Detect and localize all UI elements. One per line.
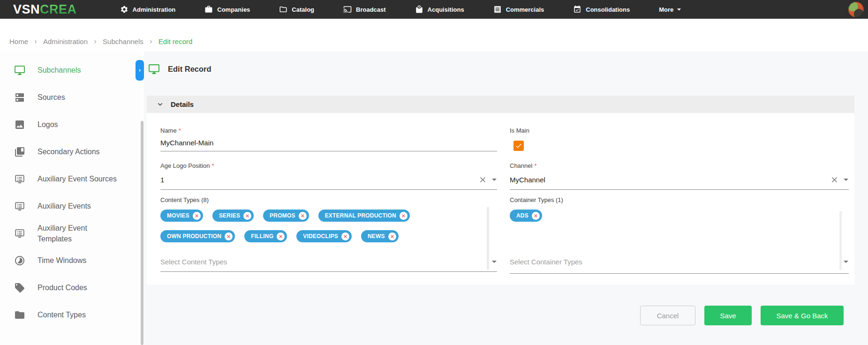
sidebar-item-sources[interactable]: Sources — [0, 84, 144, 111]
form-actions: Cancel Save Save & Go Back — [640, 306, 844, 325]
close-icon — [194, 213, 199, 218]
chip-label: EXTERNAL PRODUCTION — [325, 212, 396, 219]
caret-down-icon[interactable] — [840, 174, 852, 185]
channel-field: Channel* MyChannel — [510, 162, 849, 190]
chip-videoclips: VIDEOCLIPS — [296, 230, 352, 242]
clear-icon[interactable] — [478, 175, 487, 184]
breadcrumb-link[interactable]: Administration — [43, 38, 88, 45]
save-button[interactable]: Save — [704, 306, 752, 325]
sidebar-item-auxiliary-event-templates[interactable]: Auxiliary Event Templates — [0, 220, 144, 247]
details-section-header[interactable]: Details — [147, 96, 854, 113]
breadcrumb-link[interactable]: Home — [9, 38, 28, 45]
cast-icon — [343, 5, 352, 14]
folder-icon — [14, 309, 25, 321]
nav-item-acquisitions[interactable]: Acquisitions — [415, 5, 464, 14]
age-logo-position-select[interactable]: 1 — [160, 174, 497, 190]
nav-item-consolidations[interactable]: Consolidations — [573, 5, 630, 14]
nav-item-catalog[interactable]: Catalog — [279, 5, 314, 14]
sidebar-item-auxiliary-events[interactable]: Auxiliary Events — [0, 193, 144, 220]
close-icon — [390, 234, 395, 239]
sidebar-item-label: Auxiliary Events — [38, 201, 91, 211]
nav-item-label: Administration — [133, 6, 176, 13]
sidebar-item-label: Secondary Actions — [38, 146, 100, 157]
details-form: Name* MyChannel-Main Is Main Age Logo Po… — [147, 113, 854, 285]
nav-item-commercials[interactable]: Commercials — [493, 5, 544, 14]
nav-item-administration[interactable]: Administration — [120, 5, 176, 14]
sidebar-item-label: Auxiliary Event Templates — [38, 223, 121, 244]
content-types-select[interactable]: Select Content Types — [160, 256, 497, 272]
user-avatar[interactable] — [848, 2, 864, 17]
sidebar-collapse-handle[interactable] — [136, 60, 144, 81]
sidebar-item-logos[interactable]: Logos — [0, 111, 144, 138]
chip-ads: ADS — [510, 210, 542, 222]
sidebar-item-auxiliary-event-sources[interactable]: Auxiliary Event Sources — [0, 165, 144, 193]
chip-remove-button[interactable] — [299, 212, 307, 220]
name-value: MyChannel-Main — [160, 139, 497, 147]
required-marker: * — [179, 127, 181, 134]
sidebar-item-label: Sources — [38, 92, 65, 103]
briefcase-icon — [204, 5, 213, 14]
nav-item-broadcast[interactable]: Broadcast — [343, 5, 386, 14]
name-label: Name* — [160, 127, 497, 134]
breadcrumb-current: Edit record — [159, 38, 193, 45]
sidebar-item-label: Time Windows — [38, 255, 86, 266]
name-input[interactable]: MyChannel-Main — [160, 139, 497, 151]
nav-item-label: Commercials — [506, 6, 544, 13]
nav-item-label: Broadcast — [356, 6, 386, 13]
clear-icon[interactable] — [830, 175, 839, 184]
nav-item-companies[interactable]: Companies — [204, 5, 250, 14]
cancel-button[interactable]: Cancel — [640, 306, 695, 325]
clock-icon — [14, 255, 25, 266]
breadcrumb-links: Home Administration Subchannels — [9, 38, 154, 45]
sidebar-scrollbar[interactable] — [141, 121, 143, 345]
breadcrumb-link[interactable]: Subchannels — [103, 38, 143, 45]
close-icon — [343, 234, 348, 239]
content-types-placeholder: Select Content Types — [160, 258, 489, 266]
breadcrumb-item-subchannels: Subchannels — [103, 38, 154, 45]
caret-down-icon[interactable] — [489, 174, 500, 185]
container-types-select[interactable]: Select Container Types — [510, 256, 849, 274]
content-types-picker: Select Content Types — [160, 256, 497, 272]
chip-remove-button[interactable] — [341, 232, 349, 240]
book-bookmark-icon — [14, 146, 25, 158]
chip-remove-button[interactable] — [225, 232, 233, 240]
chip-remove-button[interactable] — [532, 212, 540, 220]
sidebar-item-content-types[interactable]: Content Types — [0, 301, 144, 329]
chip-remove-button[interactable] — [243, 212, 251, 220]
caret-down-icon[interactable] — [840, 256, 852, 267]
caret-down-icon[interactable] — [489, 256, 500, 267]
caret-down-icon — [674, 5, 684, 14]
brand-crea: CREA — [40, 3, 77, 16]
chip-label: SERIES — [219, 212, 240, 219]
chip-label: ADS — [516, 212, 528, 219]
name-field: Name* MyChannel-Main — [160, 127, 497, 151]
save-and-go-back-button[interactable]: Save & Go Back — [761, 306, 844, 325]
chevron-right-icon — [32, 38, 39, 45]
channel-value: MyChannel — [510, 176, 830, 184]
container-types-field: Container Types (1) ADS — [510, 196, 838, 222]
brand-vsn: VSN — [13, 3, 40, 16]
sidebar-item-product-codes[interactable]: Product Codes — [0, 274, 144, 301]
chip-remove-button[interactable] — [388, 232, 396, 240]
receipt-icon — [493, 5, 502, 14]
sidebar-item-label: Subchannels — [38, 65, 81, 75]
chip-remove-button[interactable] — [193, 212, 201, 220]
channel-select[interactable]: MyChannel — [510, 174, 849, 190]
sidebar-item-time-windows[interactable]: Time Windows — [0, 247, 144, 274]
sidebar-item-secondary-actions[interactable]: Secondary Actions — [0, 138, 144, 165]
nav-item-more[interactable]: More — [659, 5, 684, 14]
brand-logo[interactable]: VSNCREA — [13, 3, 77, 16]
top-navbar: VSNCREA Administration Companies Catalog… — [0, 0, 868, 19]
list-screen-icon — [14, 173, 25, 185]
is-main-checkbox[interactable] — [513, 141, 524, 151]
chip-remove-button[interactable] — [277, 232, 285, 240]
nav-item-label: Acquisitions — [428, 6, 464, 13]
chip-label: OWN PRODUCTION — [167, 233, 221, 240]
main-content: Edit Record Details Name* MyChannel-Main… — [144, 52, 868, 345]
sidebar-item-subchannels[interactable]: Subchannels — [0, 57, 144, 84]
page-header: Edit Record — [148, 63, 211, 75]
required-marker: * — [534, 162, 536, 169]
chip-promos: PROMOS — [263, 210, 309, 222]
chip-remove-button[interactable] — [400, 212, 408, 220]
age-logo-position-label: Age Logo Position* — [160, 162, 497, 169]
